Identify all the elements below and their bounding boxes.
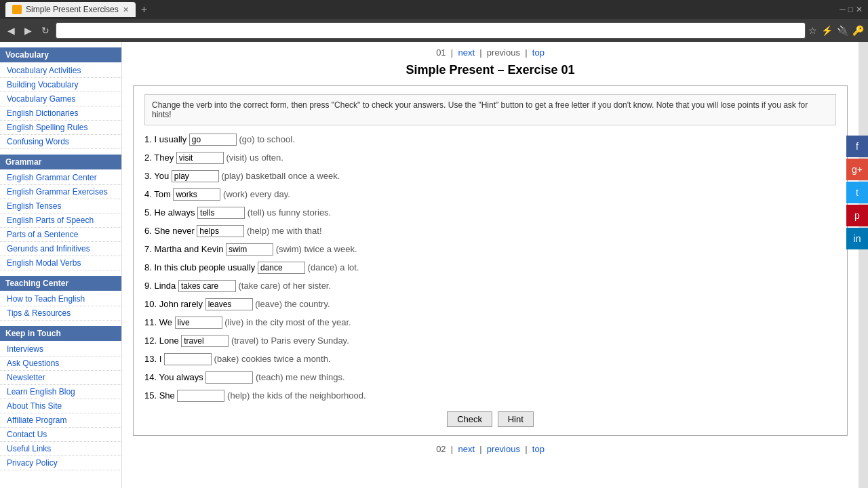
exercise-item-2: 2. They (visit) us often.: [144, 150, 836, 165]
new-tab-button[interactable]: +: [136, 1, 153, 18]
answer-input-7[interactable]: [226, 243, 273, 256]
sentence-number: 3.: [144, 171, 152, 181]
scrollbar[interactable]: [859, 42, 868, 488]
title-bar: Simple Present Exercises ✕ + ─ □ ✕: [0, 0, 868, 19]
sidebar-item-vocabulary-activities[interactable]: Vocabulary Activities: [0, 64, 121, 78]
minimize-button[interactable]: ─: [840, 5, 846, 14]
answer-input-11[interactable]: [175, 317, 222, 329]
exercise-item-6: 6. She never (help) me with that!: [144, 224, 836, 239]
sidebar-item-english-grammar-exercises[interactable]: English Grammar Exercises: [0, 185, 121, 199]
refresh-button[interactable]: ↻: [38, 24, 53, 37]
answer-input-1[interactable]: [189, 134, 237, 146]
sidebar-item-parts-of-a-sentence[interactable]: Parts of a Sentence: [0, 228, 121, 242]
sidebar-item-english-tenses[interactable]: English Tenses: [0, 199, 121, 214]
sidebar-item-newsletter[interactable]: Newsletter: [0, 371, 121, 385]
exercise-item-14: 14. You always (teach) me new things.: [144, 370, 836, 385]
sentence-number: 8.: [144, 262, 152, 272]
sidebar-item-vocabulary-games[interactable]: Vocabulary Games: [0, 92, 121, 106]
sidebar-item-useful-links[interactable]: Useful Links: [0, 442, 121, 456]
sidebar-item-english-grammar-center[interactable]: English Grammar Center: [0, 171, 121, 185]
previous-link-bottom[interactable]: previous: [487, 444, 520, 454]
sidebar-item-english-dictionaries[interactable]: English Dictionaries: [0, 106, 121, 121]
nav-bar: ◀ ▶ ↻ www.really-learn-english.com/simpl…: [0, 19, 868, 42]
sidebar-item-confusing-words[interactable]: Confusing Words: [0, 135, 121, 149]
answer-input-5[interactable]: [197, 207, 245, 219]
sentence-number: 6.: [144, 226, 152, 236]
sidebar-item-english-parts-of-speech[interactable]: English Parts of Speech: [0, 214, 121, 228]
sidebar-item-building-vocabulary[interactable]: Building Vocabulary: [0, 78, 121, 92]
social-linkedin-button[interactable]: in: [846, 228, 868, 249]
sentence-prefix: They: [154, 152, 174, 163]
sidebar-item-english-modal-verbs[interactable]: English Modal Verbs: [0, 256, 121, 270]
social-pinterest-button[interactable]: p: [846, 205, 868, 226]
answer-input-4[interactable]: [173, 188, 220, 201]
answer-input-9[interactable]: [178, 280, 236, 292]
sentence-prefix: Martha and Kevin: [154, 244, 223, 254]
answer-input-12[interactable]: [181, 335, 229, 347]
sidebar-item-how-to-teach-english[interactable]: How to Teach English: [0, 292, 121, 306]
sidebar-section-header: Teaching Center: [0, 276, 121, 291]
sentence-prefix: In this club people usually: [154, 262, 255, 272]
sentence-number: 2.: [144, 152, 152, 163]
sidebar-item-privacy-policy[interactable]: Privacy Policy: [0, 456, 121, 470]
sentence-number: 11.: [144, 317, 157, 327]
answer-input-13[interactable]: [164, 353, 212, 365]
social-facebook-button[interactable]: f: [846, 136, 868, 157]
sidebar-item-about-this-site[interactable]: About This Site: [0, 399, 121, 413]
exercise-number-bottom: 02: [436, 444, 446, 454]
address-bar[interactable]: www.really-learn-english.com/simple-pres…: [56, 22, 806, 39]
browser-tab[interactable]: Simple Present Exercises ✕: [5, 2, 136, 17]
sentence-prefix: We: [159, 317, 172, 327]
exercise-item-5: 5. He always (tell) us funny stories.: [144, 205, 836, 220]
check-button[interactable]: Check: [447, 411, 492, 427]
answer-input-14[interactable]: [205, 371, 253, 384]
sidebar-section-header: Grammar: [0, 155, 121, 169]
sidebar-item-english-spelling-rules[interactable]: English Spelling Rules: [0, 121, 121, 135]
sidebar-item-tips-&-resources[interactable]: Tips & Resources: [0, 306, 121, 321]
social-twitter-button[interactable]: t: [846, 182, 868, 203]
answer-input-8[interactable]: [258, 262, 305, 274]
sidebar-item-contact-us[interactable]: Contact Us: [0, 428, 121, 442]
lightning-icon[interactable]: ⚡: [821, 25, 833, 36]
close-button[interactable]: ✕: [856, 5, 863, 14]
sentence-number: 9.: [144, 281, 152, 291]
back-button[interactable]: ◀: [4, 24, 18, 37]
exercise-item-3: 3. You (play) basketball once a week.: [144, 169, 836, 184]
sidebar-item-interviews[interactable]: Interviews: [0, 342, 121, 357]
tab-close-button[interactable]: ✕: [123, 5, 129, 14]
answer-input-10[interactable]: [205, 298, 253, 310]
sentence-prefix: I usually: [154, 134, 186, 144]
answer-input-6[interactable]: [197, 225, 244, 237]
sentence-number: 14.: [144, 372, 157, 382]
answer-input-3[interactable]: [172, 170, 219, 182]
sidebar-item-ask-questions[interactable]: Ask Questions: [0, 357, 121, 371]
sidebar-item-affiliate-program[interactable]: Affiliate Program: [0, 413, 121, 428]
next-link-top[interactable]: next: [458, 47, 475, 58]
sidebar-section-header: Vocabulary: [0, 47, 121, 62]
hint-text-1: (go) to school.: [239, 134, 294, 144]
exercise-item-7: 7. Martha and Kevin (swim) twice a week.: [144, 242, 836, 257]
top-link-bottom[interactable]: top: [532, 444, 545, 454]
social-google-plus-button[interactable]: g+: [846, 159, 868, 180]
forward-button[interactable]: ▶: [21, 24, 35, 37]
answer-input-2[interactable]: [176, 152, 224, 164]
hint-button[interactable]: Hint: [498, 411, 534, 427]
exercise-item-4: 4. Tom (work) every day.: [144, 187, 836, 202]
next-link-bottom[interactable]: next: [458, 444, 475, 454]
hint-text-7: (swim) twice a week.: [276, 244, 357, 254]
sentence-number: 1.: [144, 134, 152, 144]
hint-text-11: (live) in the city most of the year.: [224, 317, 351, 327]
plugin-icon[interactable]: 🔌: [837, 25, 848, 36]
sentence-prefix: Lone: [159, 336, 179, 346]
answer-input-15[interactable]: [177, 390, 224, 402]
sidebar-item-learn-english-blog[interactable]: Learn English Blog: [0, 385, 121, 399]
top-link-top[interactable]: top: [532, 47, 545, 58]
maximize-button[interactable]: □: [848, 5, 853, 14]
sidebar: VocabularyVocabulary ActivitiesBuilding …: [0, 42, 122, 488]
sentence-prefix: You always: [159, 372, 203, 382]
bookmark-icon[interactable]: ☆: [808, 25, 817, 36]
sidebar-item-gerunds-and-infinitives[interactable]: Gerunds and Infinitives: [0, 242, 121, 256]
sentence-number: 7.: [144, 244, 152, 254]
key-icon[interactable]: 🔑: [852, 25, 864, 36]
sentence-number: 13.: [144, 354, 157, 364]
